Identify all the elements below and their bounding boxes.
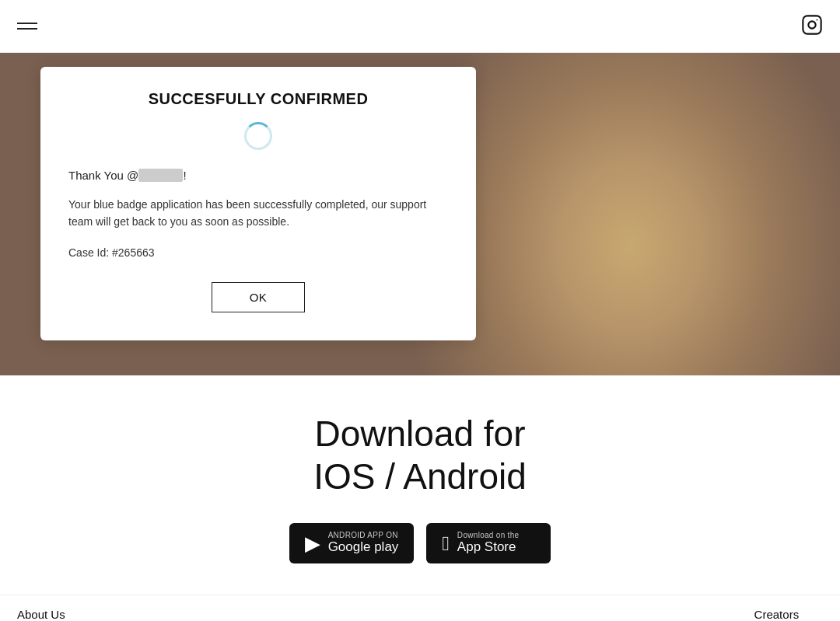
app-store-name: App Store — [457, 539, 520, 555]
google-play-icon: ▶ — [305, 533, 320, 553]
footer-col-left: About UsFeaturesCommunityBusiness — [17, 608, 76, 621]
case-id-text: Case Id: #265663 — [68, 246, 448, 259]
header — [0, 0, 840, 53]
loading-spinner — [244, 122, 272, 150]
footer-link[interactable]: About Us — [17, 608, 76, 621]
hero-section: SUCCESFULLY CONFIRMED Thank You @█████! … — [0, 53, 840, 375]
download-section: Download for IOS / Android ▶ ANDROID APP… — [0, 375, 840, 595]
ok-button[interactable]: OK — [212, 282, 306, 312]
svg-rect-0 — [803, 16, 821, 33]
svg-point-2 — [816, 19, 817, 20]
modal-title: SUCCESFULLY CONFIRMED — [68, 90, 448, 108]
confirmation-modal: SUCCESFULLY CONFIRMED Thank You @█████! … — [40, 67, 476, 340]
app-store-text: Download on the App Store — [457, 531, 520, 555]
footer-columns: About UsFeaturesCommunityBusiness Creato… — [17, 608, 823, 621]
google-play-text: ANDROID APP ON Google play — [328, 531, 399, 555]
hamburger-menu-button[interactable] — [17, 23, 37, 30]
footer-col-right: CreatorsBlogHelpBrand Assest — [754, 608, 823, 621]
thank-you-text: Thank You @█████! — [68, 169, 448, 182]
download-title: Download for IOS / Android — [16, 413, 824, 498]
google-play-sub: ANDROID APP ON — [328, 531, 399, 539]
google-play-name: Google play — [328, 539, 399, 555]
google-play-button[interactable]: ▶ ANDROID APP ON Google play — [289, 523, 415, 563]
apple-icon:  — [442, 533, 450, 553]
app-store-sub: Download on the — [457, 531, 520, 539]
ok-button-wrapper: OK — [68, 282, 448, 312]
svg-point-1 — [808, 21, 815, 28]
footer: About UsFeaturesCommunityBusiness Creato… — [0, 595, 840, 621]
footer-link[interactable]: Creators — [754, 608, 823, 621]
spinner-wrapper — [68, 122, 448, 150]
username-blurred: █████ — [138, 169, 183, 182]
store-buttons-container: ▶ ANDROID APP ON Google play  Download … — [16, 523, 824, 563]
instagram-icon[interactable] — [801, 14, 823, 39]
app-store-button[interactable]:  Download on the App Store — [426, 523, 551, 563]
modal-body: Your blue badge application has been suc… — [68, 196, 448, 231]
